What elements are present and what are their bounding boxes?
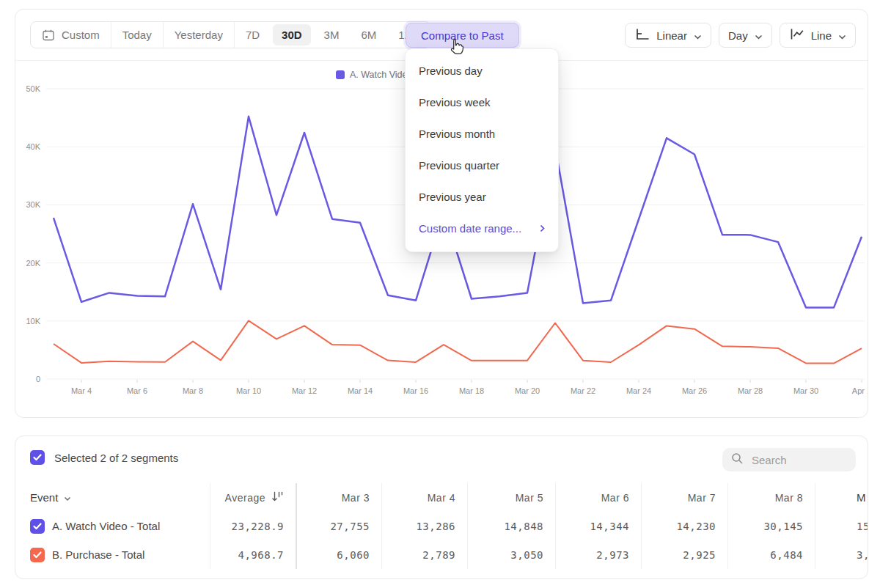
interval-select[interactable]: Day	[719, 23, 772, 48]
cell-value: 3,050	[467, 540, 555, 569]
row-checkbox[interactable]	[30, 519, 45, 534]
column-header-m[interactable]: M	[815, 483, 868, 512]
column-header-mar-4[interactable]: Mar 4	[381, 483, 467, 512]
menu-item-previous-year[interactable]: Previous year	[406, 181, 558, 213]
range-7d[interactable]: 7D	[234, 22, 271, 48]
range-30d[interactable]: 30D	[271, 22, 313, 48]
column-header-average[interactable]: Average	[210, 483, 296, 512]
row-checkbox[interactable]	[30, 548, 45, 562]
chevron-right-icon	[540, 222, 545, 235]
column-header-mar-7[interactable]: Mar 7	[641, 483, 727, 512]
line-chart-icon	[789, 28, 804, 43]
cell-value: 30,145	[727, 512, 815, 540]
menu-item-previous-quarter[interactable]: Previous quarter	[406, 150, 558, 181]
chevron-down-icon	[694, 29, 702, 42]
table-row-event[interactable]: B. Purchase - Total	[15, 540, 210, 569]
hand-cursor-icon	[449, 37, 466, 59]
scale-label: Linear	[656, 29, 687, 42]
selected-segments-row: Selected 2 of 2 segments	[30, 450, 178, 465]
axis-scale-icon	[634, 28, 650, 43]
selected-segments-label: Selected 2 of 2 segments	[54, 452, 178, 464]
column-header-mar-8[interactable]: Mar 8	[727, 483, 815, 512]
svg-text:30K: 30K	[26, 200, 40, 209]
cell-value: 6,060	[296, 540, 381, 569]
chevron-down-icon	[64, 491, 71, 504]
chevron-down-icon	[755, 29, 763, 42]
segments-table: EventAverageMar 3Mar 4Mar 5Mar 6Mar 7Mar…	[15, 483, 868, 569]
cell-value: 2,789	[381, 540, 467, 569]
range-6m[interactable]: 6M	[350, 22, 387, 48]
scale-select[interactable]: Linear	[625, 23, 711, 48]
column-header-mar-6[interactable]: Mar 6	[555, 483, 641, 512]
menu-item-previous-week[interactable]: Previous week	[406, 87, 558, 118]
svg-text:50K: 50K	[26, 84, 40, 93]
menu-item-custom-date-range[interactable]: Custom date range...	[406, 213, 558, 244]
svg-text:Mar 24: Mar 24	[626, 386, 651, 395]
chevron-down-icon	[838, 29, 846, 42]
svg-text:40K: 40K	[26, 142, 40, 151]
search-box[interactable]	[722, 448, 856, 471]
legend-swatch	[336, 70, 345, 79]
range-custom[interactable]: Custom	[31, 22, 111, 48]
svg-text:20K: 20K	[26, 259, 40, 268]
range-today[interactable]: Today	[111, 22, 163, 48]
cell-value: 14,230	[641, 512, 727, 540]
svg-text:Mar 26: Mar 26	[682, 386, 707, 395]
svg-text:Mar 12: Mar 12	[292, 386, 317, 395]
select-all-checkbox[interactable]	[30, 450, 45, 465]
svg-text:Mar 28: Mar 28	[738, 386, 763, 395]
cell-value: 15,	[815, 512, 868, 540]
svg-text:10K: 10K	[26, 317, 40, 326]
row-label: B. Purchase - Total	[52, 548, 144, 561]
cell-value: 6,484	[727, 540, 815, 569]
calendar-icon	[42, 29, 55, 42]
chart-options-group: Linear Day Line	[625, 23, 856, 48]
interval-label: Day	[728, 29, 748, 42]
svg-text:Mar 4: Mar 4	[71, 386, 92, 395]
segments-table-panel: Selected 2 of 2 segments EventAverageMar…	[15, 436, 868, 579]
column-header-mar-5[interactable]: Mar 5	[467, 483, 555, 512]
cell-value: 13,286	[381, 512, 467, 540]
cell-value: 27,755	[296, 512, 381, 540]
search-input[interactable]	[750, 453, 847, 467]
cell-average: 23,228.9	[210, 512, 296, 540]
svg-text:Mar 18: Mar 18	[459, 386, 484, 395]
cell-value: 14,848	[467, 512, 555, 540]
svg-text:Mar 10: Mar 10	[236, 386, 261, 395]
cell-value: 2,973	[555, 540, 641, 569]
cell-average: 4,968.7	[210, 540, 296, 569]
sort-descending-icon	[271, 491, 284, 504]
menu-item-previous-month[interactable]: Previous month	[406, 118, 558, 150]
menu-item-previous-day[interactable]: Previous day	[406, 55, 558, 87]
svg-text:Mar 30: Mar 30	[793, 386, 818, 395]
svg-text:Mar 6: Mar 6	[127, 386, 147, 395]
svg-text:Mar 20: Mar 20	[515, 386, 540, 395]
row-label: A. Watch Video - Total	[52, 520, 160, 532]
date-range-group: CustomTodayYesterday7D30D3M6M12M	[30, 21, 431, 48]
cell-value: 2,925	[641, 540, 727, 569]
event-header-label: Event	[30, 491, 58, 504]
svg-text:0: 0	[36, 375, 40, 383]
svg-text:Mar 14: Mar 14	[348, 386, 373, 395]
range-3m[interactable]: 3M	[313, 22, 351, 48]
svg-text:Mar 22: Mar 22	[571, 386, 595, 395]
svg-text:Apr 1: Apr 1	[852, 386, 868, 395]
table-row-event[interactable]: A. Watch Video - Total	[15, 512, 210, 540]
chart-type-select[interactable]: Line	[780, 23, 856, 48]
column-header-event[interactable]: Event	[15, 483, 210, 512]
svg-text:Mar 8: Mar 8	[183, 386, 203, 395]
chart-type-label: Line	[811, 29, 832, 42]
compare-to-past-menu: Previous dayPrevious weekPrevious monthP…	[405, 48, 559, 252]
range-yesterday[interactable]: Yesterday	[163, 22, 234, 48]
cell-value: 14,344	[555, 512, 641, 540]
search-icon	[731, 452, 744, 468]
cell-value: 3,	[815, 540, 868, 569]
average-header-label: Average	[225, 492, 265, 504]
column-header-mar-3[interactable]: Mar 3	[296, 483, 381, 512]
svg-text:Mar 16: Mar 16	[403, 386, 428, 395]
series-line	[54, 320, 862, 363]
custom-date-range-label: Custom date range...	[419, 222, 521, 235]
